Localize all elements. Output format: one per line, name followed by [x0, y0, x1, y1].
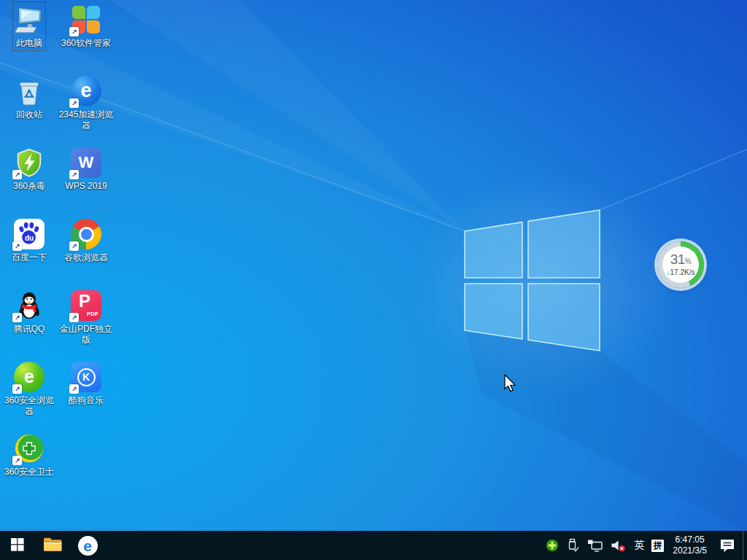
shortcut-arrow-icon: ↗	[69, 98, 79, 108]
usb-device-icon[interactable]	[562, 531, 584, 560]
windows-start-icon	[11, 538, 24, 553]
baidu-icon: du ↗	[14, 219, 44, 249]
desktop-icon-360-safety-guard[interactable]: ↗ 360安全卫士	[1, 431, 58, 502]
download-speed: 17.2K/s	[670, 268, 695, 276]
kingsoft-pdf-icon: P PDF ↗	[71, 290, 101, 321]
kugou-music-icon: K ↗	[71, 362, 101, 392]
system-tray: 英 拼 6:47:05 2021/3/5	[542, 531, 747, 560]
360-software-manager-icon: ↗	[71, 4, 101, 35]
desktop-icon-label: 酷狗音乐	[69, 395, 104, 406]
shortcut-arrow-icon: ↗	[12, 241, 22, 251]
download-progress-readout: 31% ↓17.2K/s	[662, 246, 699, 283]
desktop-icon-360-software-manager[interactable]: ↗ 360软件管家	[58, 2, 115, 74]
shortcut-arrow-icon: ↗	[69, 384, 79, 394]
360-safe-browser-icon: e ↗	[14, 362, 44, 392]
desktop-icon-label: 百度一下	[12, 252, 47, 263]
desktop-icon-recycle-bin[interactable]: 回收站	[1, 74, 58, 145]
desktop-icon-baidu[interactable]: du ↗ 百度一下	[1, 217, 58, 288]
desktop-icon-360-antivirus[interactable]: ↗ 360杀毒	[1, 145, 58, 217]
chrome-icon: ↗	[71, 219, 101, 249]
download-progress-widget[interactable]: 31% ↓17.2K/s	[657, 241, 704, 288]
desktop-icon-kingsoft-pdf[interactable]: P PDF ↗ 金山PDF独立版	[58, 288, 115, 359]
percent-symbol: %	[685, 257, 691, 265]
desktop-icon-grid: 此电脑 ↗ 360软件管家	[1, 2, 115, 502]
desktop-icon-label: WPS 2019	[65, 181, 107, 192]
kingsoft-pdf-subtext: PDF	[87, 311, 98, 317]
kingsoft-pdf-glyph: P	[79, 291, 90, 311]
browser-taskbar-icon: e	[78, 536, 98, 556]
taskbar-clock[interactable]: 6:47:05 2021/3/5	[667, 534, 712, 556]
download-percent: 31	[670, 252, 685, 267]
clock-time: 6:47:05	[673, 534, 707, 545]
shortcut-arrow-icon: ↗	[69, 241, 79, 251]
network-icon[interactable]	[584, 531, 607, 560]
this-pc-icon	[14, 4, 44, 35]
desktop-icon-360-safe-browser[interactable]: e ↗ 360安全浏览器	[1, 359, 58, 431]
browser-button[interactable]: e	[70, 531, 105, 560]
desktop-icon-kugou-music[interactable]: K ↗ 酷狗音乐	[58, 359, 115, 431]
desktop-icon-label: 360安全浏览器	[1, 395, 57, 417]
360-safety-guard-icon: ↗	[14, 433, 44, 464]
desktop-icon-label: 360软件管家	[61, 38, 111, 49]
shortcut-arrow-icon: ↗	[12, 456, 22, 465]
kugou-glyph: K	[77, 368, 96, 386]
shortcut-arrow-icon: ↗	[12, 170, 22, 179]
desktop-icon-label: 腾讯QQ	[14, 324, 45, 335]
desktop-icon-label: 360杀毒	[13, 181, 45, 192]
action-center-icon[interactable]	[712, 531, 743, 560]
desktop-icon-qq[interactable]: ↗ 腾讯QQ	[1, 288, 58, 359]
start-button[interactable]	[0, 531, 35, 560]
ime-language-indicator[interactable]: 英	[630, 531, 648, 560]
wallpaper-glow	[409, 171, 678, 397]
desktop-icon-label: 2345加速浏览器	[58, 109, 114, 131]
desktop-icon-label: 360安全卫士	[4, 467, 54, 478]
360-tray-icon[interactable]	[542, 531, 562, 560]
shortcut-arrow-icon: ↗	[12, 313, 22, 322]
desktop-icon-label: 此电脑	[16, 38, 42, 49]
mouse-cursor	[504, 374, 519, 394]
selection-focus-box: 此电脑	[13, 2, 45, 50]
shortcut-arrow-icon: ↗	[69, 27, 79, 36]
ime-mode-indicator[interactable]: 拼	[648, 531, 667, 560]
wps-2019-icon: W ↗	[71, 147, 101, 178]
desktop-icon-label: 谷歌浏览器	[64, 252, 108, 263]
shortcut-arrow-icon: ↗	[69, 170, 79, 179]
desktop-icon-this-pc[interactable]: 此电脑	[1, 2, 58, 74]
file-explorer-button[interactable]	[35, 531, 70, 560]
show-desktop-button[interactable]	[743, 531, 747, 560]
desktop-icon-label: 金山PDF独立版	[58, 324, 114, 346]
shortcut-arrow-icon: ↗	[12, 384, 22, 394]
desktop-screen: 此电脑 ↗ 360软件管家	[0, 0, 747, 560]
desktop-background[interactable]: 此电脑 ↗ 360软件管家	[0, 0, 747, 531]
file-explorer-icon	[43, 537, 62, 554]
shortcut-arrow-icon: ↗	[69, 313, 79, 322]
qq-icon: ↗	[14, 290, 44, 321]
desktop-icon-chrome[interactable]: ↗ 谷歌浏览器	[58, 217, 115, 288]
desktop-icon-2345-browser[interactable]: e ↗ 2345加速浏览器	[58, 74, 115, 145]
volume-muted-icon[interactable]	[607, 531, 630, 560]
taskbar: e	[0, 531, 747, 560]
desktop-icon-wps-2019[interactable]: W ↗ WPS 2019	[58, 145, 115, 217]
360-antivirus-icon: ↗	[14, 147, 44, 178]
2345-browser-icon: e ↗	[71, 76, 101, 106]
clock-date: 2021/3/5	[673, 545, 707, 556]
desktop-icon-label: 回收站	[16, 109, 42, 120]
recycle-bin-icon	[14, 76, 44, 106]
